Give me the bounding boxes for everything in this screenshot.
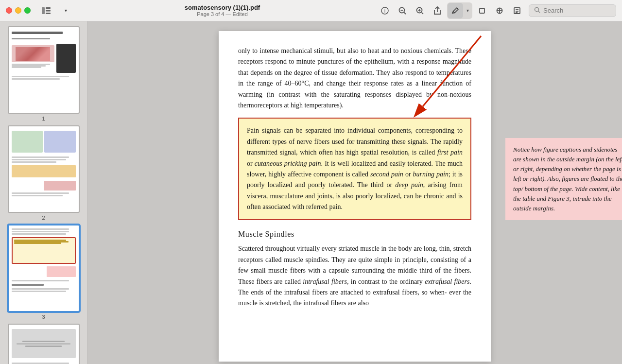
sidenote-box: Notice how figure captions and sidenotes… [505,138,622,220]
zoom-in-button[interactable] [412,3,428,18]
svg-line-7 [404,12,406,14]
sidebar: 1 [0,21,87,364]
traffic-lights [6,7,31,14]
doc-viewer[interactable]: only to intense mechanical stimuli, but … [87,21,622,364]
page-thumb-3[interactable]: 3 [5,225,82,320]
highlighted-paragraph-text: Pain signals can be separated into indiv… [247,125,463,212]
chevron-down-button[interactable]: ▾ [58,3,73,18]
doc-page: only to intense mechanical stimuli, but … [219,31,491,362]
page-thumb-label-3: 3 [42,314,45,320]
doc-title: somatosensory (1)(1).pdf [185,4,260,11]
close-button[interactable] [6,7,12,14]
page-thumb-label-2: 2 [42,215,45,221]
svg-line-23 [538,11,540,13]
page-thumb-1[interactable]: 1 [5,26,82,121]
main-area: 1 [0,21,622,364]
notes-button[interactable] [509,3,525,18]
titlebar: ▾ somatosensory (1)(1).pdf Page 3 of 4 —… [0,0,622,21]
toolbar-icons: i [377,2,525,19]
share-button[interactable] [430,3,445,18]
highlighted-paragraph-box: Pain signals can be separated into indiv… [238,118,471,220]
info-button[interactable]: i [377,3,393,18]
sidenote-area: Notice how figure captions and sidenotes… [505,138,622,220]
zoom-out-button[interactable] [395,3,410,18]
maximize-button[interactable] [24,7,31,14]
doc-intro-text: only to intense mechanical stimuli, but … [238,46,471,111]
search-icon [534,7,540,15]
crop-button[interactable] [474,3,490,18]
page-thumb-img-4 [8,324,80,364]
svg-rect-14 [480,8,484,13]
page-thumb-img-3 [8,225,80,312]
svg-rect-2 [46,10,51,11]
sidebar-toggle-button[interactable] [38,3,54,18]
doc-subtitle: Page 3 of 4 — Edited [197,11,248,17]
doc-title-area: somatosensory (1)(1).pdf Page 3 of 4 — E… [185,4,260,17]
annotate-dropdown-button[interactable]: ▾ [463,3,472,18]
svg-text:i: i [384,9,385,14]
page-thumb-img-2 [8,125,80,213]
svg-point-22 [535,7,539,11]
section-title: Muscle Spindles [238,230,471,239]
search-input[interactable] [543,7,602,14]
svg-line-10 [422,12,424,14]
search-box[interactable] [529,4,616,17]
body-text: Scattered throughout virtually every str… [238,243,471,309]
sidebar-pages: 1 [0,21,87,364]
annotate-button[interactable] [448,3,463,18]
page-thumb-label-1: 1 [42,116,45,121]
annotate-group: ▾ [447,2,472,19]
svg-rect-0 [42,7,45,14]
bookmark-button[interactable] [492,3,507,18]
page-thumb-4[interactable]: 4 [5,324,82,364]
page-thumb-img-1 [8,26,80,114]
titlebar-center: somatosensory (1)(1).pdf Page 3 of 4 — E… [81,4,373,17]
minimize-button[interactable] [15,7,21,14]
page-thumb-2[interactable]: 2 [5,125,82,221]
svg-rect-1 [46,7,51,9]
sidenote-text: Notice how figure captions and sidenotes… [513,146,622,212]
svg-rect-3 [46,13,51,14]
